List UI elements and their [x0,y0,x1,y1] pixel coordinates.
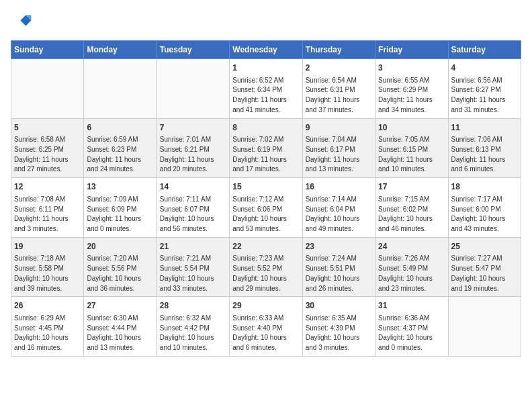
calendar-week-4: 19Sunrise: 7:18 AM Sunset: 5:58 PM Dayli… [11,237,521,297]
calendar-cell: 20Sunrise: 7:20 AM Sunset: 5:56 PM Dayli… [84,237,157,297]
day-info: Sunrise: 7:17 AM Sunset: 6:00 PM Dayligh… [451,195,506,232]
day-number: 7 [160,122,226,134]
day-header-tuesday: Tuesday [157,41,229,59]
day-info: Sunrise: 6:29 AM Sunset: 4:45 PM Dayligh… [14,314,69,351]
day-info: Sunrise: 7:26 AM Sunset: 5:49 PM Dayligh… [378,255,433,291]
day-header-friday: Friday [375,41,448,59]
day-number: 16 [306,181,372,193]
logo [11,11,35,32]
day-info: Sunrise: 7:01 AM Sunset: 6:21 PM Dayligh… [160,136,214,173]
calendar-cell: 10Sunrise: 7:05 AM Sunset: 6:15 PM Dayli… [375,118,448,178]
day-info: Sunrise: 6:54 AM Sunset: 6:31 PM Dayligh… [306,77,360,113]
day-number: 8 [232,122,299,134]
calendar-cell: 26Sunrise: 6:29 AM Sunset: 4:45 PM Dayli… [11,297,84,357]
day-header-sunday: Sunday [11,41,84,59]
day-info: Sunrise: 7:06 AM Sunset: 6:13 PM Dayligh… [451,136,506,173]
calendar-cell: 28Sunrise: 6:32 AM Sunset: 4:42 PM Dayli… [157,297,229,357]
calendar-cell: 30Sunrise: 6:35 AM Sunset: 4:39 PM Dayli… [302,297,375,357]
day-info: Sunrise: 6:35 AM Sunset: 4:39 PM Dayligh… [306,314,360,351]
calendar-cell: 14Sunrise: 7:11 AM Sunset: 6:07 PM Dayli… [157,178,229,238]
day-number: 28 [160,300,226,312]
calendar-cell: 6Sunrise: 6:59 AM Sunset: 6:23 PM Daylig… [84,118,157,178]
day-info: Sunrise: 7:04 AM Sunset: 6:17 PM Dayligh… [306,136,360,173]
day-info: Sunrise: 7:15 AM Sunset: 6:02 PM Dayligh… [378,195,433,232]
day-number: 12 [14,181,81,193]
day-info: Sunrise: 6:58 AM Sunset: 6:25 PM Dayligh… [14,136,69,173]
day-info: Sunrise: 7:05 AM Sunset: 6:15 PM Dayligh… [378,136,433,173]
day-number: 20 [87,241,153,253]
day-number: 26 [14,300,81,312]
day-header-saturday: Saturday [448,41,521,59]
calendar-cell: 11Sunrise: 7:06 AM Sunset: 6:13 PM Dayli… [448,118,521,178]
calendar-cell: 19Sunrise: 7:18 AM Sunset: 5:58 PM Dayli… [11,237,84,297]
day-info: Sunrise: 7:20 AM Sunset: 5:56 PM Dayligh… [87,255,141,291]
day-info: Sunrise: 7:11 AM Sunset: 6:07 PM Dayligh… [160,195,214,232]
calendar-cell: 12Sunrise: 7:08 AM Sunset: 6:11 PM Dayli… [11,178,84,238]
day-info: Sunrise: 6:59 AM Sunset: 6:23 PM Dayligh… [87,136,141,173]
day-number: 10 [378,122,445,134]
day-number: 4 [451,62,518,74]
day-info: Sunrise: 7:27 AM Sunset: 5:47 PM Dayligh… [451,255,506,291]
calendar-cell [84,59,157,119]
day-number: 11 [451,122,518,134]
calendar-header-row: SundayMondayTuesdayWednesdayThursdayFrid… [11,41,521,59]
day-number: 18 [451,181,518,193]
day-number: 19 [14,241,81,253]
day-number: 21 [160,241,226,253]
day-header-thursday: Thursday [302,41,375,59]
calendar-cell: 21Sunrise: 7:21 AM Sunset: 5:54 PM Dayli… [157,237,229,297]
day-number: 5 [14,122,81,134]
calendar-week-1: 1Sunrise: 6:52 AM Sunset: 6:34 PM Daylig… [11,59,521,119]
calendar-cell: 7Sunrise: 7:01 AM Sunset: 6:21 PM Daylig… [157,118,229,178]
calendar-cell: 1Sunrise: 6:52 AM Sunset: 6:34 PM Daylig… [230,59,302,119]
day-info: Sunrise: 6:33 AM Sunset: 4:40 PM Dayligh… [232,314,287,351]
day-info: Sunrise: 7:02 AM Sunset: 6:19 PM Dayligh… [232,136,287,173]
day-info: Sunrise: 7:14 AM Sunset: 6:04 PM Dayligh… [306,195,360,232]
day-header-wednesday: Wednesday [230,41,302,59]
day-number: 30 [306,300,372,312]
day-number: 13 [87,181,153,193]
calendar-cell [11,59,84,119]
calendar-cell [448,297,521,357]
day-number: 1 [232,62,299,74]
day-info: Sunrise: 7:18 AM Sunset: 5:58 PM Dayligh… [14,255,69,291]
calendar-cell: 4Sunrise: 6:56 AM Sunset: 6:27 PM Daylig… [448,59,521,119]
day-number: 24 [378,241,445,253]
page-header [11,11,521,32]
day-number: 23 [306,241,372,253]
day-info: Sunrise: 7:09 AM Sunset: 6:09 PM Dayligh… [87,195,141,232]
calendar-cell: 22Sunrise: 7:23 AM Sunset: 5:52 PM Dayli… [230,237,302,297]
calendar-cell: 23Sunrise: 7:24 AM Sunset: 5:51 PM Dayli… [302,237,375,297]
day-info: Sunrise: 7:23 AM Sunset: 5:52 PM Dayligh… [232,255,287,291]
day-number: 3 [378,62,445,74]
day-number: 2 [306,62,372,74]
day-number: 25 [451,241,518,253]
calendar-cell: 2Sunrise: 6:54 AM Sunset: 6:31 PM Daylig… [302,59,375,119]
calendar-cell [157,59,229,119]
day-info: Sunrise: 6:30 AM Sunset: 4:44 PM Dayligh… [87,314,141,351]
calendar-cell: 25Sunrise: 7:27 AM Sunset: 5:47 PM Dayli… [448,237,521,297]
calendar-cell: 24Sunrise: 7:26 AM Sunset: 5:49 PM Dayli… [375,237,448,297]
day-info: Sunrise: 7:24 AM Sunset: 5:51 PM Dayligh… [306,255,360,291]
calendar-cell: 31Sunrise: 6:36 AM Sunset: 4:37 PM Dayli… [375,297,448,357]
calendar-cell: 17Sunrise: 7:15 AM Sunset: 6:02 PM Dayli… [375,178,448,238]
day-number: 22 [232,241,299,253]
calendar-table: SundayMondayTuesdayWednesdayThursdayFrid… [11,40,521,357]
calendar-cell: 13Sunrise: 7:09 AM Sunset: 6:09 PM Dayli… [84,178,157,238]
day-info: Sunrise: 6:55 AM Sunset: 6:29 PM Dayligh… [378,77,433,113]
calendar-week-5: 26Sunrise: 6:29 AM Sunset: 4:45 PM Dayli… [11,297,521,357]
day-number: 9 [306,122,372,134]
calendar-cell: 3Sunrise: 6:55 AM Sunset: 6:29 PM Daylig… [375,59,448,119]
day-info: Sunrise: 6:56 AM Sunset: 6:27 PM Dayligh… [451,77,506,113]
day-number: 15 [232,181,299,193]
calendar-week-2: 5Sunrise: 6:58 AM Sunset: 6:25 PM Daylig… [11,118,521,178]
calendar-cell: 29Sunrise: 6:33 AM Sunset: 4:40 PM Dayli… [230,297,302,357]
calendar-week-3: 12Sunrise: 7:08 AM Sunset: 6:11 PM Dayli… [11,178,521,238]
day-number: 14 [160,181,226,193]
calendar-cell: 5Sunrise: 6:58 AM Sunset: 6:25 PM Daylig… [11,118,84,178]
calendar-cell: 8Sunrise: 7:02 AM Sunset: 6:19 PM Daylig… [230,118,302,178]
day-info: Sunrise: 7:08 AM Sunset: 6:11 PM Dayligh… [14,195,69,232]
day-number: 29 [232,300,299,312]
day-header-monday: Monday [84,41,157,59]
day-number: 17 [378,181,445,193]
